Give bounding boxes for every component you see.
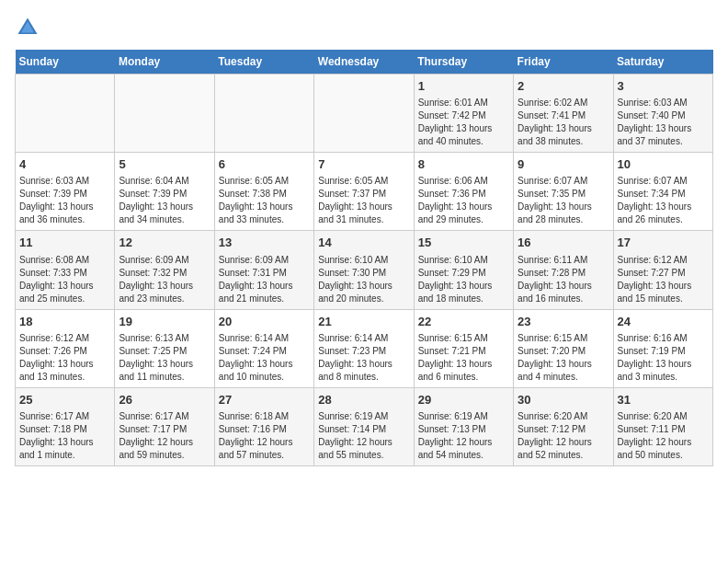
calendar-cell: 4Sunrise: 6:03 AM Sunset: 7:39 PM Daylig…	[16, 153, 115, 231]
day-info: Sunrise: 6:03 AM Sunset: 7:39 PM Dayligh…	[19, 175, 110, 226]
calendar-cell: 20Sunrise: 6:14 AM Sunset: 7:24 PM Dayli…	[214, 309, 313, 387]
calendar-week-row: 1Sunrise: 6:01 AM Sunset: 7:42 PM Daylig…	[16, 75, 713, 153]
day-info: Sunrise: 6:15 AM Sunset: 7:20 PM Dayligh…	[518, 332, 609, 384]
day-info: Sunrise: 6:10 AM Sunset: 7:29 PM Dayligh…	[418, 254, 509, 305]
day-info: Sunrise: 6:16 AM Sunset: 7:19 PM Dayligh…	[618, 332, 709, 384]
day-number: 15	[418, 235, 509, 251]
calendar-cell: 21Sunrise: 6:14 AM Sunset: 7:23 PM Dayli…	[314, 309, 414, 387]
calendar-cell: 5Sunrise: 6:04 AM Sunset: 7:39 PM Daylig…	[115, 153, 214, 231]
calendar-cell: 2Sunrise: 6:02 AM Sunset: 7:41 PM Daylig…	[514, 75, 613, 153]
day-number: 16	[518, 235, 609, 251]
calendar-cell	[115, 75, 214, 153]
logo-icon	[15, 15, 40, 40]
day-number: 23	[518, 314, 609, 330]
calendar-cell: 29Sunrise: 6:19 AM Sunset: 7:13 PM Dayli…	[414, 387, 513, 465]
day-number: 25	[19, 392, 110, 408]
day-number: 4	[19, 156, 110, 173]
day-header-sunday: Sunday	[16, 50, 115, 75]
calendar-cell: 15Sunrise: 6:10 AM Sunset: 7:29 PM Dayli…	[414, 231, 513, 309]
day-info: Sunrise: 6:10 AM Sunset: 7:30 PM Dayligh…	[318, 254, 409, 305]
day-number: 9	[518, 156, 609, 173]
day-info: Sunrise: 6:09 AM Sunset: 7:32 PM Dayligh…	[119, 254, 210, 305]
day-number: 10	[618, 156, 709, 173]
day-number: 21	[318, 314, 409, 330]
day-number: 26	[119, 392, 210, 408]
day-number: 19	[119, 314, 210, 330]
day-number: 29	[418, 392, 509, 408]
day-number: 11	[19, 235, 110, 251]
day-number: 17	[618, 235, 709, 251]
day-number: 28	[318, 392, 409, 408]
day-number: 6	[219, 156, 310, 173]
calendar-cell	[16, 75, 115, 153]
day-header-friday: Friday	[514, 50, 613, 75]
day-info: Sunrise: 6:19 AM Sunset: 7:14 PM Dayligh…	[318, 410, 409, 462]
calendar-cell: 9Sunrise: 6:07 AM Sunset: 7:35 PM Daylig…	[514, 153, 613, 231]
calendar-cell: 7Sunrise: 6:05 AM Sunset: 7:37 PM Daylig…	[314, 153, 414, 231]
calendar-cell: 24Sunrise: 6:16 AM Sunset: 7:19 PM Dayli…	[613, 309, 712, 387]
day-header-tuesday: Tuesday	[214, 50, 313, 75]
day-info: Sunrise: 6:01 AM Sunset: 7:42 PM Dayligh…	[418, 97, 509, 148]
day-info: Sunrise: 6:19 AM Sunset: 7:13 PM Dayligh…	[418, 410, 509, 462]
calendar-cell: 3Sunrise: 6:03 AM Sunset: 7:40 PM Daylig…	[613, 75, 712, 153]
calendar-cell: 12Sunrise: 6:09 AM Sunset: 7:32 PM Dayli…	[115, 231, 214, 309]
day-info: Sunrise: 6:17 AM Sunset: 7:17 PM Dayligh…	[119, 410, 210, 462]
day-info: Sunrise: 6:08 AM Sunset: 7:33 PM Dayligh…	[19, 254, 110, 305]
calendar-cell: 27Sunrise: 6:18 AM Sunset: 7:16 PM Dayli…	[214, 387, 313, 465]
day-header-saturday: Saturday	[613, 50, 712, 75]
day-info: Sunrise: 6:12 AM Sunset: 7:27 PM Dayligh…	[618, 254, 709, 305]
calendar-week-row: 25Sunrise: 6:17 AM Sunset: 7:18 PM Dayli…	[16, 387, 713, 465]
calendar-table: SundayMondayTuesdayWednesdayThursdayFrid…	[15, 50, 713, 466]
day-info: Sunrise: 6:02 AM Sunset: 7:41 PM Dayligh…	[518, 97, 609, 148]
day-info: Sunrise: 6:09 AM Sunset: 7:31 PM Dayligh…	[219, 254, 310, 305]
calendar-cell: 28Sunrise: 6:19 AM Sunset: 7:14 PM Dayli…	[314, 387, 414, 465]
day-info: Sunrise: 6:18 AM Sunset: 7:16 PM Dayligh…	[219, 410, 310, 462]
calendar-cell: 19Sunrise: 6:13 AM Sunset: 7:25 PM Dayli…	[115, 309, 214, 387]
calendar-cell: 18Sunrise: 6:12 AM Sunset: 7:26 PM Dayli…	[16, 309, 115, 387]
day-number: 18	[19, 314, 110, 330]
day-number: 2	[518, 78, 609, 95]
day-number: 12	[119, 235, 210, 251]
calendar-cell: 10Sunrise: 6:07 AM Sunset: 7:34 PM Dayli…	[613, 153, 712, 231]
day-info: Sunrise: 6:14 AM Sunset: 7:24 PM Dayligh…	[219, 332, 310, 384]
day-info: Sunrise: 6:14 AM Sunset: 7:23 PM Dayligh…	[318, 332, 409, 384]
page-header	[15, 15, 713, 40]
calendar-cell: 17Sunrise: 6:12 AM Sunset: 7:27 PM Dayli…	[613, 231, 712, 309]
day-number: 20	[219, 314, 310, 330]
day-info: Sunrise: 6:07 AM Sunset: 7:35 PM Dayligh…	[518, 175, 609, 226]
calendar-week-row: 4Sunrise: 6:03 AM Sunset: 7:39 PM Daylig…	[16, 153, 713, 231]
calendar-cell	[314, 75, 414, 153]
day-info: Sunrise: 6:17 AM Sunset: 7:18 PM Dayligh…	[19, 410, 110, 462]
calendar-cell: 26Sunrise: 6:17 AM Sunset: 7:17 PM Dayli…	[115, 387, 214, 465]
day-info: Sunrise: 6:05 AM Sunset: 7:37 PM Dayligh…	[318, 175, 409, 226]
calendar-cell: 23Sunrise: 6:15 AM Sunset: 7:20 PM Dayli…	[514, 309, 613, 387]
day-info: Sunrise: 6:05 AM Sunset: 7:38 PM Dayligh…	[219, 175, 310, 226]
day-info: Sunrise: 6:20 AM Sunset: 7:11 PM Dayligh…	[618, 410, 709, 462]
calendar-cell: 8Sunrise: 6:06 AM Sunset: 7:36 PM Daylig…	[414, 153, 513, 231]
day-header-thursday: Thursday	[414, 50, 513, 75]
calendar-cell: 1Sunrise: 6:01 AM Sunset: 7:42 PM Daylig…	[414, 75, 513, 153]
day-info: Sunrise: 6:13 AM Sunset: 7:25 PM Dayligh…	[119, 332, 210, 384]
day-header-monday: Monday	[115, 50, 214, 75]
day-info: Sunrise: 6:11 AM Sunset: 7:28 PM Dayligh…	[518, 254, 609, 305]
day-info: Sunrise: 6:06 AM Sunset: 7:36 PM Dayligh…	[418, 175, 509, 226]
calendar-week-row: 18Sunrise: 6:12 AM Sunset: 7:26 PM Dayli…	[16, 309, 713, 387]
calendar-cell: 30Sunrise: 6:20 AM Sunset: 7:12 PM Dayli…	[514, 387, 613, 465]
day-info: Sunrise: 6:03 AM Sunset: 7:40 PM Dayligh…	[618, 97, 709, 148]
day-header-wednesday: Wednesday	[314, 50, 414, 75]
day-info: Sunrise: 6:15 AM Sunset: 7:21 PM Dayligh…	[418, 332, 509, 384]
day-number: 24	[618, 314, 709, 330]
day-number: 7	[318, 156, 409, 173]
day-number: 13	[219, 235, 310, 251]
day-number: 27	[219, 392, 310, 408]
calendar-cell: 6Sunrise: 6:05 AM Sunset: 7:38 PM Daylig…	[214, 153, 313, 231]
day-number: 5	[119, 156, 210, 173]
calendar-cell: 14Sunrise: 6:10 AM Sunset: 7:30 PM Dayli…	[314, 231, 414, 309]
calendar-cell: 11Sunrise: 6:08 AM Sunset: 7:33 PM Dayli…	[16, 231, 115, 309]
day-number: 8	[418, 156, 509, 173]
day-number: 3	[618, 78, 709, 95]
day-number: 22	[418, 314, 509, 330]
calendar-cell	[214, 75, 313, 153]
calendar-cell: 16Sunrise: 6:11 AM Sunset: 7:28 PM Dayli…	[514, 231, 613, 309]
calendar-cell: 22Sunrise: 6:15 AM Sunset: 7:21 PM Dayli…	[414, 309, 513, 387]
